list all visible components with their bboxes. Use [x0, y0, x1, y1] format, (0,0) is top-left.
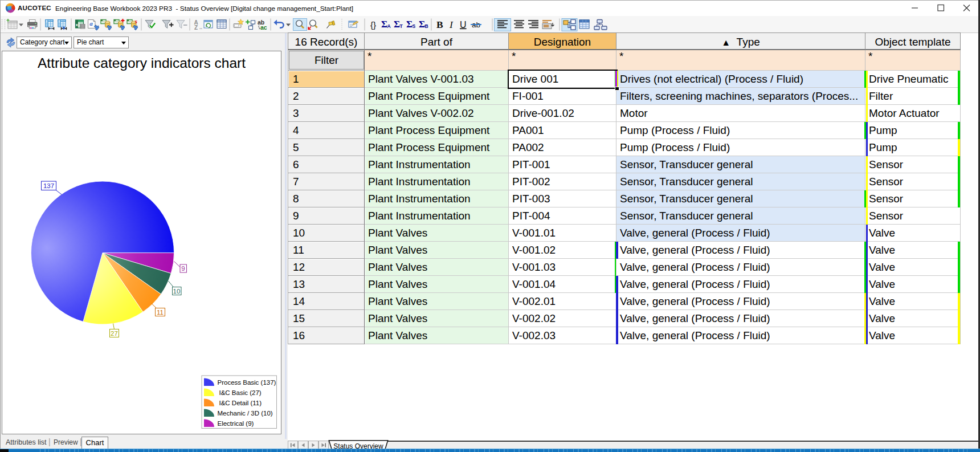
svg-text:11: 11: [157, 309, 164, 316]
svg-text:B: B: [436, 19, 443, 30]
svg-text:a: a: [89, 20, 93, 27]
svg-text:..: ..: [199, 25, 202, 30]
svg-text:Process Basic (137): Process Basic (137): [218, 379, 276, 386]
svg-text:ac: ac: [260, 24, 267, 31]
svg-text:27: 27: [111, 330, 118, 337]
svg-text:Mechanic / 3D (10): Mechanic / 3D (10): [218, 410, 273, 417]
svg-text:U: U: [460, 20, 467, 30]
svg-text:I: I: [449, 19, 454, 30]
svg-text:I&C Basic (27): I&C Basic (27): [219, 389, 262, 396]
svg-text:s: s: [134, 18, 137, 25]
svg-text:B: B: [425, 23, 428, 29]
svg-text:Z: Z: [194, 25, 198, 31]
svg-text:Electrical (9): Electrical (9): [218, 420, 254, 427]
svg-text:9: 9: [181, 265, 185, 272]
svg-text:Σ: Σ: [419, 19, 425, 30]
svg-text:{}: {}: [370, 20, 376, 30]
svg-text:Σ: Σ: [394, 19, 400, 30]
svg-text:S: S: [413, 23, 416, 29]
svg-text:Σ: Σ: [406, 19, 413, 30]
svg-text:A: A: [387, 23, 391, 29]
svg-text:I&C Detail (11): I&C Detail (11): [219, 400, 262, 406]
svg-text:10: 10: [173, 288, 181, 295]
svg-text:Σ: Σ: [381, 19, 387, 30]
svg-text:T: T: [400, 23, 403, 29]
svg-text:137: 137: [43, 182, 54, 189]
